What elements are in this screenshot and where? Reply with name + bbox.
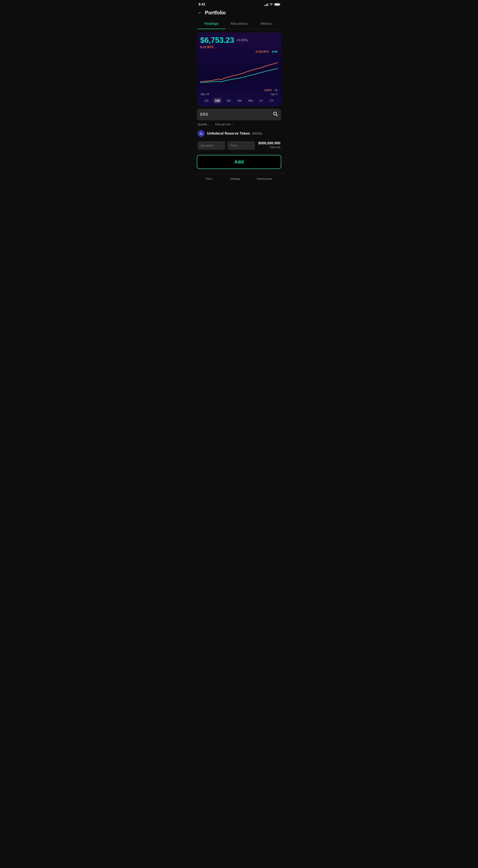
- svg-line-1: [276, 115, 277, 116]
- chart-price: $6,753.23: [200, 36, 234, 45]
- chart-date-labels: Mar 29 Apr 5: [200, 93, 278, 96]
- token-name: Unfederal Reserve Token: [207, 131, 250, 135]
- time-btn-6m[interactable]: 6M: [247, 98, 255, 103]
- time-btn-2y[interactable]: 2Y: [268, 98, 275, 103]
- status-time: 9:41: [199, 3, 205, 6]
- sort-price-label: Price per coin: [215, 123, 231, 126]
- time-btn-1w[interactable]: 1W: [213, 98, 221, 103]
- back-button[interactable]: ←: [198, 10, 202, 16]
- bottom-tab-holdings[interactable]: Holdings: [230, 177, 240, 180]
- bottom-tab-price[interactable]: Price ↓: [206, 177, 214, 180]
- signal-icon: [264, 3, 268, 6]
- bottom-tab-gains[interactable]: Gains/Losses: [257, 177, 272, 180]
- quantity-input[interactable]: [198, 141, 225, 150]
- chart-change: +0.00%: [236, 38, 248, 42]
- tab-metrics[interactable]: Metrics: [253, 19, 280, 29]
- token-name-block: Unfederal Reserve Token ERSDL: [207, 131, 280, 135]
- search-icon[interactable]: [273, 112, 278, 117]
- divider: [193, 172, 285, 173]
- input-row: $000,000.000 Total cost: [193, 140, 285, 152]
- sort-quantity-label: Quantity: [198, 123, 207, 126]
- token-symbol: ERSDL: [252, 132, 263, 135]
- battery-icon: [274, 3, 279, 6]
- time-btn-1m[interactable]: 1M: [225, 98, 232, 103]
- price-input[interactable]: [227, 141, 255, 150]
- chart-card: $6,753.23 +0.00% 0.12 BTC 0.132 BTC 6.6K: [197, 32, 281, 106]
- search-container: [197, 109, 281, 120]
- bottom-bar: Price ↓ Holdings Gains/Losses: [193, 174, 285, 185]
- bottom-tab-gains-label: Gains/Losses: [257, 177, 272, 180]
- bottom-tab-price-label: Price: [206, 177, 212, 180]
- tab-bar: Holdings Allocations Metrics: [193, 19, 285, 29]
- total-cost-label: Total cost: [258, 146, 280, 149]
- chart-bottom-k-label: 0K: [275, 89, 278, 92]
- tab-holdings[interactable]: Holdings: [198, 19, 225, 29]
- sort-price-arrow: ↓: [232, 123, 233, 126]
- chart-btc-amount: 0.12 BTC: [200, 45, 278, 49]
- status-bar: 9:41: [193, 0, 285, 8]
- sort-quantity[interactable]: Quantity ↓: [198, 123, 209, 126]
- add-btn-container: Add: [197, 155, 281, 169]
- chart-top-btc-label: 0.132 BTC: [256, 50, 269, 53]
- header: ← Portfolio: [193, 8, 285, 19]
- total-cost-value: $000,000.000: [258, 141, 280, 145]
- time-btn-1d[interactable]: 1D: [203, 98, 210, 103]
- sort-price[interactable]: Price per coin ↓: [215, 123, 233, 126]
- bottom-tab-holdings-label: Holdings: [230, 177, 240, 180]
- chart-date-left: Mar 29: [201, 93, 209, 96]
- time-range-selector: 1D 1W 1M 3M 6M 1Y 2Y: [200, 96, 278, 104]
- chart-top-k-label: 6.6K: [272, 50, 278, 53]
- add-button[interactable]: Add: [197, 155, 281, 169]
- status-icons: [264, 3, 279, 6]
- chart-header: $6,753.23 +0.00% 0.12 BTC: [200, 36, 278, 49]
- bottom-tab-price-arrow: ↓: [212, 177, 214, 180]
- page-title: Portfolio: [205, 10, 226, 16]
- time-btn-3m[interactable]: 3M: [236, 98, 243, 103]
- chart-bottom-btc-label: 0 BTC: [264, 89, 272, 92]
- tab-allocations[interactable]: Allocations: [225, 19, 253, 29]
- wifi-icon: [269, 3, 273, 6]
- sort-headers: Quantity ↓ Price per coin ↓: [193, 120, 285, 128]
- chart-date-right: Apr 5: [271, 93, 277, 96]
- chart-svg: [200, 54, 278, 88]
- token-icon: u: [198, 130, 204, 137]
- token-row: u Unfederal Reserve Token ERSDL: [193, 128, 285, 140]
- search-input[interactable]: [200, 112, 271, 117]
- sort-quantity-arrow: ↓: [208, 123, 209, 126]
- time-btn-1y[interactable]: 1Y: [258, 98, 265, 103]
- total-cost-block: $000,000.000 Total cost: [258, 141, 280, 149]
